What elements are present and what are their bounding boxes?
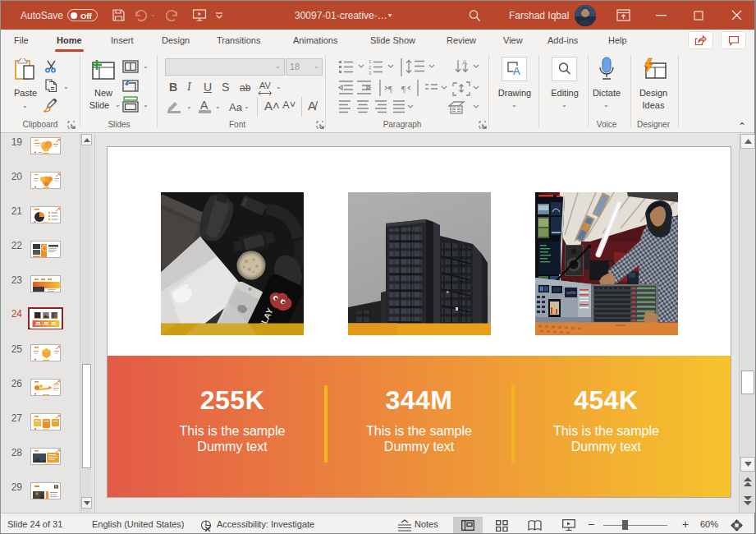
- svg-text:A: A: [462, 58, 467, 67]
- svg-text:netflix: netflix: [566, 291, 577, 295]
- svg-text:¶: ¶: [388, 84, 392, 94]
- svg-text:¶: ¶: [401, 84, 405, 94]
- svg-text:A: A: [513, 65, 520, 77]
- svg-text:1: 1: [369, 59, 372, 64]
- svg-text:2: 2: [369, 65, 372, 70]
- svg-text:3: 3: [369, 71, 372, 76]
